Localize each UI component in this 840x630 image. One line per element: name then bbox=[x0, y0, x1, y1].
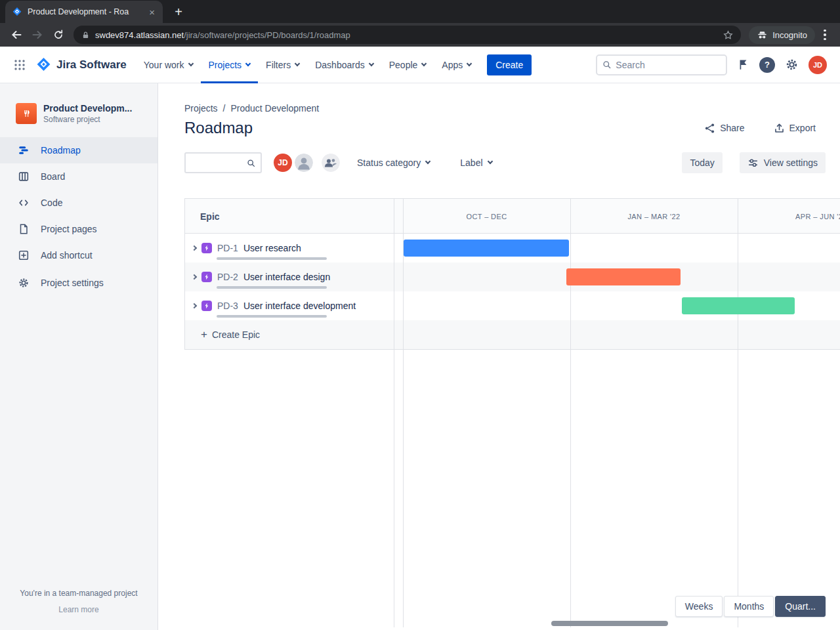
board-icon bbox=[17, 171, 30, 182]
help-icon[interactable]: ? bbox=[759, 57, 775, 73]
epic-key[interactable]: PD-2 bbox=[217, 272, 238, 282]
back-button[interactable] bbox=[7, 25, 26, 45]
project-settings-gear-icon bbox=[17, 277, 30, 289]
epic-name[interactable]: User interface design bbox=[243, 272, 330, 282]
gantt-bar-pd3[interactable] bbox=[682, 297, 795, 314]
project-avatar bbox=[16, 103, 37, 124]
chevron-down-icon bbox=[487, 159, 492, 164]
quarter-label: APR – JUN '22 bbox=[738, 199, 840, 234]
nav-people[interactable]: People bbox=[381, 47, 434, 83]
sidebar-item-add-shortcut[interactable]: Add shortcut bbox=[0, 242, 158, 268]
create-epic-label: Create Epic bbox=[212, 329, 260, 340]
expand-chevron-icon[interactable] bbox=[190, 304, 199, 308]
status-category-filter[interactable]: Status category bbox=[357, 158, 430, 168]
notifications-icon[interactable] bbox=[737, 58, 749, 71]
zoom-quarters-button[interactable]: Quart... bbox=[775, 596, 826, 617]
forward-button[interactable] bbox=[28, 25, 47, 45]
list-chart-divider[interactable] bbox=[394, 198, 394, 627]
jira-logo-icon bbox=[35, 56, 52, 73]
lock-icon bbox=[81, 31, 90, 39]
nav-filters[interactable]: Filters bbox=[258, 47, 307, 83]
project-sidebar: Product Developm... Software project Roa… bbox=[0, 83, 158, 630]
page-title: Roadmap bbox=[184, 119, 253, 137]
label-filter[interactable]: Label bbox=[460, 158, 492, 168]
horizontal-scrollbar[interactable] bbox=[551, 621, 668, 626]
browser-menu-icon[interactable] bbox=[816, 26, 833, 44]
avatar-jd[interactable]: JD bbox=[272, 152, 293, 173]
assignee-avatars: JD bbox=[272, 152, 341, 173]
tab-close-icon[interactable]: × bbox=[148, 7, 156, 17]
epic-name[interactable]: User research bbox=[243, 243, 301, 253]
share-button[interactable]: Share bbox=[704, 123, 744, 134]
zoom-weeks-button[interactable]: Weeks bbox=[675, 596, 723, 617]
tab-strip: Product Development - Roa × + bbox=[0, 0, 840, 23]
nav-right-cluster: ? JD bbox=[596, 54, 827, 75]
today-button[interactable]: Today bbox=[682, 152, 722, 173]
browser-tab[interactable]: Product Development - Roa × bbox=[5, 1, 163, 23]
plus-icon: + bbox=[201, 328, 207, 341]
timeline-header: Epic OCT – DEC JAN – MAR '22 APR – JUN '… bbox=[184, 198, 840, 234]
project-header: Product Developm... Software project bbox=[0, 103, 158, 137]
epic-key[interactable]: PD-3 bbox=[217, 301, 238, 311]
bookmark-star-icon[interactable] bbox=[723, 30, 733, 40]
sidebar-item-project-settings[interactable]: Project settings bbox=[0, 270, 158, 296]
code-icon bbox=[17, 197, 30, 209]
sidebar-item-roadmap[interactable]: Roadmap bbox=[0, 137, 158, 163]
sidebar-item-board[interactable]: Board bbox=[0, 163, 158, 190]
gantt-bar-pd1[interactable] bbox=[404, 240, 569, 257]
search-icon bbox=[247, 158, 255, 168]
gantt-bar-pd2[interactable] bbox=[566, 268, 681, 285]
create-epic-button[interactable]: + Create Epic bbox=[184, 320, 840, 349]
sidebar-item-project-pages[interactable]: Project pages bbox=[0, 216, 158, 242]
global-search[interactable] bbox=[596, 54, 727, 75]
roadmap-search-input[interactable] bbox=[191, 158, 247, 168]
new-tab-button[interactable]: + bbox=[169, 3, 188, 21]
chevron-down-icon bbox=[467, 60, 472, 66]
create-button[interactable]: Create bbox=[487, 54, 532, 75]
jira-logo[interactable]: Jira Software bbox=[35, 56, 127, 73]
nav-dashboards[interactable]: Dashboards bbox=[307, 47, 381, 83]
table-bottom-border bbox=[184, 349, 840, 350]
epic-row-pd2[interactable]: PD-2 User interface design bbox=[184, 262, 840, 291]
expand-chevron-icon[interactable] bbox=[190, 246, 199, 250]
epic-row-pd3[interactable]: PD-3 User interface development bbox=[184, 291, 840, 320]
incognito-badge: Incognito bbox=[749, 26, 815, 44]
roadmap-icon bbox=[17, 144, 30, 156]
nav-projects[interactable]: Projects bbox=[201, 47, 259, 83]
global-search-input[interactable] bbox=[616, 60, 721, 70]
search-icon bbox=[602, 60, 611, 70]
settings-gear-icon[interactable] bbox=[785, 58, 799, 72]
nav-your-work[interactable]: Your work bbox=[136, 47, 201, 83]
user-avatar[interactable]: JD bbox=[808, 56, 827, 74]
reload-button[interactable] bbox=[49, 25, 68, 45]
breadcrumb: Projects / Product Development bbox=[184, 103, 840, 114]
brand-wordmark: Jira Software bbox=[56, 58, 127, 72]
learn-more-link[interactable]: Learn more bbox=[0, 605, 158, 614]
view-settings-icon bbox=[747, 158, 759, 169]
breadcrumb-separator: / bbox=[223, 103, 226, 114]
quarter-gridline bbox=[570, 198, 571, 627]
chevron-down-icon bbox=[295, 60, 300, 66]
address-bar[interactable]: swdev874.atlassian.net /jira/software/pr… bbox=[74, 26, 741, 44]
export-button[interactable]: Export bbox=[774, 123, 816, 134]
roadmap-search[interactable] bbox=[184, 152, 262, 173]
avatar-group-icon[interactable] bbox=[320, 152, 341, 173]
epic-key[interactable]: PD-1 bbox=[217, 243, 238, 253]
chevron-down-icon bbox=[421, 60, 427, 66]
epic-name[interactable]: User interface development bbox=[243, 301, 356, 311]
avatar-unassigned[interactable] bbox=[293, 152, 314, 173]
epic-progress-bar bbox=[217, 315, 327, 318]
epic-row-pd1[interactable]: PD-1 User research bbox=[184, 234, 840, 262]
export-icon bbox=[774, 123, 785, 134]
url-path: /jira/software/projects/PD/boards/1/road… bbox=[184, 30, 350, 40]
url-host: swdev874.atlassian.net bbox=[95, 30, 184, 40]
app-switcher-icon[interactable] bbox=[8, 58, 32, 72]
chevron-down-icon bbox=[425, 159, 430, 164]
nav-apps[interactable]: Apps bbox=[434, 47, 479, 83]
zoom-months-button[interactable]: Months bbox=[724, 596, 774, 617]
expand-chevron-icon[interactable] bbox=[190, 275, 199, 279]
breadcrumb-projects[interactable]: Projects bbox=[184, 103, 218, 114]
view-settings-button[interactable]: View settings bbox=[740, 152, 826, 173]
breadcrumb-current[interactable]: Product Development bbox=[230, 103, 319, 114]
sidebar-item-code[interactable]: Code bbox=[0, 190, 158, 216]
